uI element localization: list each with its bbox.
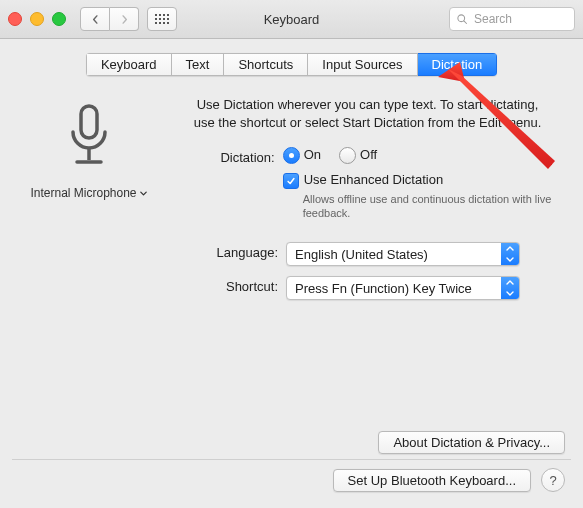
radio-icon — [339, 147, 356, 164]
tab-keyboard[interactable]: Keyboard — [86, 53, 172, 76]
radio-selected-icon — [283, 147, 300, 164]
help-button[interactable]: ? — [541, 468, 565, 492]
zoom-window-button[interactable] — [52, 12, 66, 26]
chevron-down-icon — [139, 189, 148, 198]
prefs-window: Keyboard Keyboard Text Shortcuts Input S… — [0, 0, 583, 508]
language-select[interactable]: English (United States) — [286, 242, 520, 266]
select-stepper-icon — [501, 277, 519, 299]
shortcut-select[interactable]: Press Fn (Function) Key Twice — [286, 276, 520, 300]
svg-rect-2 — [81, 106, 97, 138]
dictation-pane: Internal Microphone Use Dictation wherev… — [0, 96, 583, 310]
language-label: Language: — [182, 242, 286, 260]
close-window-button[interactable] — [8, 12, 22, 26]
dictation-label: Dictation: — [182, 147, 283, 165]
window-controls — [8, 12, 66, 26]
about-dictation-button[interactable]: About Dictation & Privacy... — [378, 431, 565, 454]
tab-bar: Keyboard Text Shortcuts Input Sources Di… — [0, 53, 583, 76]
enhanced-dictation-checkbox[interactable]: Use Enhanced Dictation — [283, 172, 443, 187]
language-value: English (United States) — [295, 247, 428, 262]
language-row: Language: English (United States) — [182, 242, 553, 266]
checkbox-checked-icon — [283, 173, 299, 189]
shortcut-label: Shortcut: — [182, 276, 286, 294]
svg-line-1 — [464, 21, 467, 24]
chevron-left-icon — [91, 15, 100, 24]
mic-source-select[interactable]: Internal Microphone — [30, 186, 147, 200]
select-stepper-icon — [501, 243, 519, 265]
dictation-on-radio[interactable]: On — [283, 147, 321, 164]
tab-text[interactable]: Text — [172, 53, 225, 76]
tab-input-sources[interactable]: Input Sources — [308, 53, 417, 76]
titlebar: Keyboard — [0, 0, 583, 39]
about-row: About Dictation & Privacy... — [378, 431, 565, 454]
footer-row: Set Up Bluetooth Keyboard... ? — [333, 468, 565, 492]
microphone-icon — [59, 102, 119, 172]
dictation-settings: Use Dictation wherever you can type text… — [182, 96, 553, 310]
forward-button[interactable] — [110, 7, 139, 31]
minimize-window-button[interactable] — [30, 12, 44, 26]
grid-icon — [155, 14, 169, 24]
shortcut-row: Shortcut: Press Fn (Function) Key Twice — [182, 276, 553, 300]
shortcut-value: Press Fn (Function) Key Twice — [295, 281, 472, 296]
show-all-prefs-button[interactable] — [147, 7, 177, 31]
intro-text: Use Dictation wherever you can type text… — [182, 96, 553, 131]
back-button[interactable] — [80, 7, 110, 31]
tab-shortcuts[interactable]: Shortcuts — [224, 53, 308, 76]
bluetooth-keyboard-button[interactable]: Set Up Bluetooth Keyboard... — [333, 469, 531, 492]
search-input[interactable] — [472, 11, 583, 27]
tab-dictation[interactable]: Dictation — [418, 53, 498, 76]
chevron-right-icon — [120, 15, 129, 24]
search-field[interactable] — [449, 7, 575, 31]
dictation-row: Dictation: On Off U — [182, 147, 553, 220]
search-icon — [456, 13, 468, 25]
separator — [12, 459, 571, 460]
mic-column: Internal Microphone — [24, 96, 154, 310]
enhanced-dictation-desc: Allows offline use and continuous dictat… — [303, 192, 553, 221]
dictation-off-radio[interactable]: Off — [339, 147, 377, 164]
mic-source-label: Internal Microphone — [30, 186, 136, 200]
nav-back-forward — [80, 7, 139, 31]
